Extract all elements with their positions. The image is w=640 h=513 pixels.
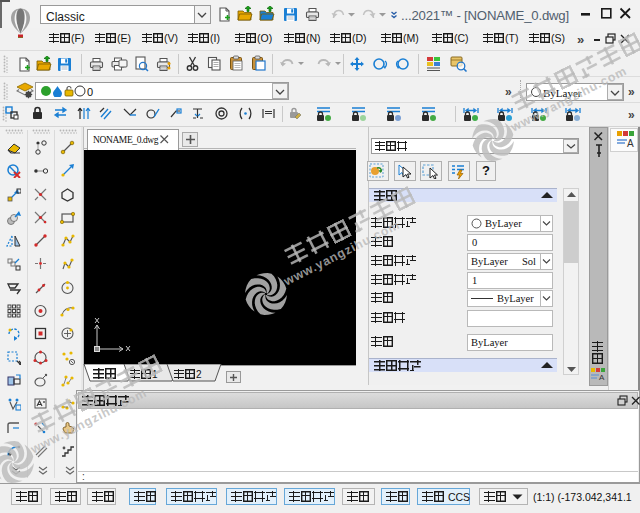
svg-text:A: A: [599, 373, 605, 381]
svg-text:A: A: [627, 138, 634, 149]
